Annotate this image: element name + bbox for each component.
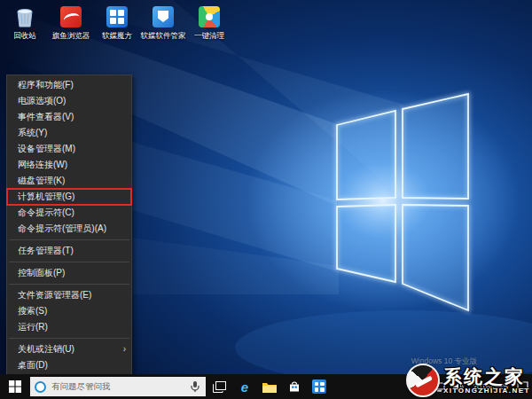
store-icon: [288, 380, 301, 393]
site-watermark-text: 系统之家 XITONGZHIJIA.NET: [443, 366, 530, 395]
site-name: 系统之家: [443, 366, 530, 387]
desktop-icon-label: 软媒软件管家: [141, 31, 186, 40]
submenu-arrow-icon: ›: [123, 341, 126, 357]
desktop-icon-label: 回收站: [13, 31, 36, 40]
menu-separator: [9, 262, 129, 262]
site-url: XITONGZHIJIA.NET: [443, 387, 530, 395]
search-input[interactable]: 有问题尽管问我: [30, 377, 206, 396]
cortana-icon: [35, 381, 46, 393]
recycle-bin-icon: [13, 5, 36, 28]
menu-item-system[interactable]: 系统(Y): [7, 125, 131, 141]
ruanmei-mofang-icon: [106, 5, 129, 28]
task-view-icon: [213, 381, 226, 393]
menu-separator: [9, 239, 129, 240]
menu-item-power-options[interactable]: 电源选项(O): [7, 93, 131, 109]
desktop-icon-label: 软媒魔方: [102, 31, 132, 40]
desktop-icon-row: 回收站 旗鱼浏览器 软媒魔方 软媒软件管家 一键清理: [4, 5, 231, 40]
menu-item-network-connections[interactable]: 网络连接(W): [7, 157, 131, 173]
menu-item-label: 关机或注销(U): [18, 341, 74, 357]
menu-item-command-prompt-admin[interactable]: 命令提示符(管理员)(A): [7, 221, 131, 237]
site-watermark: 系统之家 XITONGZHIJIA.NET: [406, 364, 530, 397]
site-logo-icon: [406, 364, 440, 397]
taskbar-icon-store[interactable]: [282, 374, 307, 399]
menu-item-command-prompt[interactable]: 命令提示符(C): [7, 205, 131, 221]
microphone-icon[interactable]: [189, 380, 201, 393]
menu-item-run[interactable]: 运行(R): [7, 319, 131, 335]
menu-separator: [9, 338, 129, 339]
ruanmei-cube-icon: [312, 379, 326, 394]
task-view-button[interactable]: [206, 374, 232, 399]
qiyu-browser-icon: [59, 5, 82, 28]
desktop-icon-one-key-clean[interactable]: 一键清理: [188, 5, 231, 40]
desktop-icon-label: 旗鱼浏览器: [52, 31, 90, 40]
windows-logo-icon: [9, 380, 21, 393]
menu-item-control-panel[interactable]: 控制面板(P): [7, 265, 131, 281]
menu-item-device-manager[interactable]: 设备管理器(M): [7, 141, 131, 157]
ruanmei-manager-icon: [152, 5, 175, 28]
menu-item-computer-management[interactable]: 计算机管理(G): [7, 189, 131, 205]
menu-item-disk-management[interactable]: 磁盘管理(K): [7, 173, 131, 189]
menu-item-task-manager[interactable]: 任务管理器(T): [7, 243, 131, 259]
desktop-icon-ruanmei-manager[interactable]: 软媒软件管家: [142, 5, 184, 40]
desktop-icon-ruanmei-mofang[interactable]: 软媒魔方: [96, 5, 138, 40]
menu-item-file-explorer[interactable]: 文件资源管理器(E): [7, 287, 131, 303]
menu-item-desktop[interactable]: 桌面(D): [7, 357, 131, 373]
winx-context-menu: 程序和功能(F) 电源选项(O) 事件查看器(V) 系统(Y) 设备管理器(M)…: [6, 74, 132, 376]
menu-item-search[interactable]: 搜索(S): [7, 303, 131, 319]
taskbar-icon-file-explorer[interactable]: [257, 374, 282, 399]
desktop-screen: 回收站 旗鱼浏览器 软媒魔方 软媒软件管家 一键清理 程序和功能(F) 电源选项…: [0, 0, 532, 399]
start-button[interactable]: [0, 374, 30, 399]
desktop-icon-label: 一键清理: [194, 31, 224, 40]
menu-item-shutdown-signout[interactable]: 关机或注销(U) ›: [7, 341, 131, 357]
taskbar-icon-edge[interactable]: e: [232, 374, 257, 399]
menu-item-programs-features[interactable]: 程序和功能(F): [7, 77, 131, 93]
desktop-icon-qiyu-browser[interactable]: 旗鱼浏览器: [50, 5, 92, 40]
search-placeholder: 有问题尽管问我: [51, 381, 189, 393]
taskbar-icon-ruanmei-cube[interactable]: [307, 374, 332, 399]
edge-icon: e: [241, 380, 248, 394]
one-key-clean-icon: [198, 5, 221, 28]
menu-separator: [9, 284, 129, 285]
file-explorer-icon: [262, 381, 277, 393]
taskbar-app-icons: e: [232, 374, 332, 399]
desktop-icon-recycle-bin[interactable]: 回收站: [4, 5, 46, 40]
menu-item-event-viewer[interactable]: 事件查看器(V): [7, 109, 131, 125]
